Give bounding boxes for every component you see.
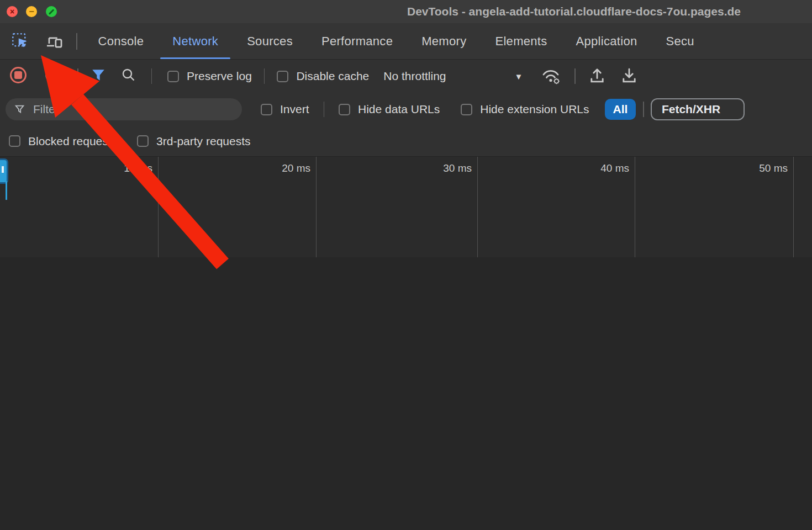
tab-elements[interactable]: Elements <box>481 23 561 59</box>
toolbar-separator <box>264 68 265 84</box>
tab-application[interactable]: Application <box>562 23 652 59</box>
disable-cache-checkbox[interactable] <box>277 71 288 82</box>
download-icon <box>620 66 639 84</box>
overview-selection-fragment <box>0 158 8 184</box>
toolbar-separator <box>643 102 644 117</box>
network-filter-bar-secondary: Blocked requests 3rd-party requests <box>0 126 812 156</box>
overview-column: 50 ms <box>635 157 794 257</box>
minimize-icon: − <box>26 6 37 17</box>
zoom-icon <box>49 9 54 14</box>
network-toolbar: Preserve log Disable cache No throttling… <box>0 60 812 93</box>
tab-console[interactable]: Console <box>84 23 159 59</box>
timeline-tick-label: 20 ms <box>282 162 310 174</box>
third-party-requests-checkbox[interactable] <box>137 135 149 147</box>
disable-cache-label: Disable cache <box>296 70 369 83</box>
timeline-tick-label: 50 ms <box>759 162 788 174</box>
tab-network[interactable]: Network <box>158 23 233 59</box>
network-requests-panel: Recordi Perform a request <box>0 257 812 530</box>
minimize-window-button[interactable]: − <box>26 6 37 17</box>
inspect-cursor-icon <box>11 32 29 50</box>
network-filter-bar: Invert Hide data URLs Hide extension URL… <box>0 93 812 126</box>
export-har-button[interactable] <box>620 66 639 87</box>
overview-column: 10 ms <box>0 157 159 257</box>
zoom-window-button[interactable] <box>46 6 57 17</box>
throttling-select[interactable]: No throttling ▼ <box>383 70 523 83</box>
device-toolbar-button[interactable] <box>44 30 64 52</box>
stop-recording-icon <box>8 65 29 86</box>
upload-icon <box>588 66 607 84</box>
hide-data-urls-checkbox[interactable] <box>339 104 350 115</box>
filter-toggle-button[interactable] <box>91 67 106 85</box>
toolbar-separator <box>77 68 78 84</box>
search-network-button[interactable] <box>120 67 137 86</box>
device-toolbar-icon <box>45 32 64 51</box>
overview-column: 30 ms <box>317 157 478 257</box>
timeline-tick-label: 10 ms <box>124 162 152 174</box>
third-party-requests-label: 3rd-party requests <box>156 135 250 148</box>
inspect-element-button[interactable] <box>10 30 30 52</box>
timeline-tick-label: 40 ms <box>600 162 629 174</box>
filter-funnel-small-icon <box>14 103 25 115</box>
import-har-button[interactable] <box>588 66 607 87</box>
blocked-requests-checkbox[interactable] <box>9 135 20 147</box>
filter-input-container <box>6 98 242 120</box>
hide-data-urls-label: Hide data URLs <box>358 103 440 116</box>
toolbar-separator <box>324 102 325 117</box>
request-type-filter-fetch-xhr[interactable]: Fetch/XHR <box>651 98 745 120</box>
tab-security[interactable]: Secu <box>651 23 708 59</box>
overview-column: 20 ms <box>159 157 317 257</box>
search-icon <box>120 67 137 83</box>
tab-performance[interactable]: Performance <box>307 23 407 59</box>
tab-bar-separator <box>76 33 77 50</box>
close-icon: × <box>7 6 18 17</box>
filter-funnel-icon <box>91 67 106 83</box>
filter-input[interactable] <box>32 102 233 116</box>
tab-memory[interactable]: Memory <box>407 23 481 59</box>
overview-column: 40 ms <box>478 157 635 257</box>
network-conditions-icon <box>539 65 562 85</box>
clear-network-log-button[interactable] <box>43 65 63 87</box>
close-window-button[interactable]: × <box>7 6 18 17</box>
hide-extension-urls-label: Hide extension URLs <box>480 103 589 116</box>
devtools-tab-bar: Console Network Sources Performance Memo… <box>0 23 812 60</box>
network-conditions-button[interactable] <box>539 65 562 87</box>
throttling-value: No throttling <box>383 70 446 83</box>
network-overview-timeline[interactable]: 10 ms 20 ms 30 ms 40 ms 50 ms <box>0 156 812 258</box>
window-title: DevTools - angela-add-tutorial.cloudflar… <box>407 5 741 18</box>
clear-icon <box>43 65 63 85</box>
timeline-tick-label: 30 ms <box>443 162 472 174</box>
invert-filter-checkbox[interactable] <box>261 104 272 115</box>
overview-selection-line <box>6 181 7 200</box>
request-type-filter-all[interactable]: All <box>605 99 636 120</box>
title-bar: × − DevTools - angela-add-tutorial.cloud… <box>0 0 812 24</box>
record-network-log-button[interactable] <box>8 65 29 88</box>
tab-sources[interactable]: Sources <box>233 23 307 59</box>
toolbar-separator <box>574 68 576 84</box>
devtools-window: × − DevTools - angela-add-tutorial.cloud… <box>0 0 812 530</box>
preserve-log-checkbox[interactable] <box>167 71 179 82</box>
preserve-log-label: Preserve log <box>187 70 252 83</box>
toolbar-separator <box>151 68 152 84</box>
blocked-requests-label: Blocked requests <box>28 135 117 148</box>
chevron-down-icon: ▼ <box>514 72 523 81</box>
hide-extension-urls-checkbox[interactable] <box>461 104 472 115</box>
panel-tabs: Console Network Sources Performance Memo… <box>84 23 709 59</box>
invert-filter-label: Invert <box>280 103 309 116</box>
